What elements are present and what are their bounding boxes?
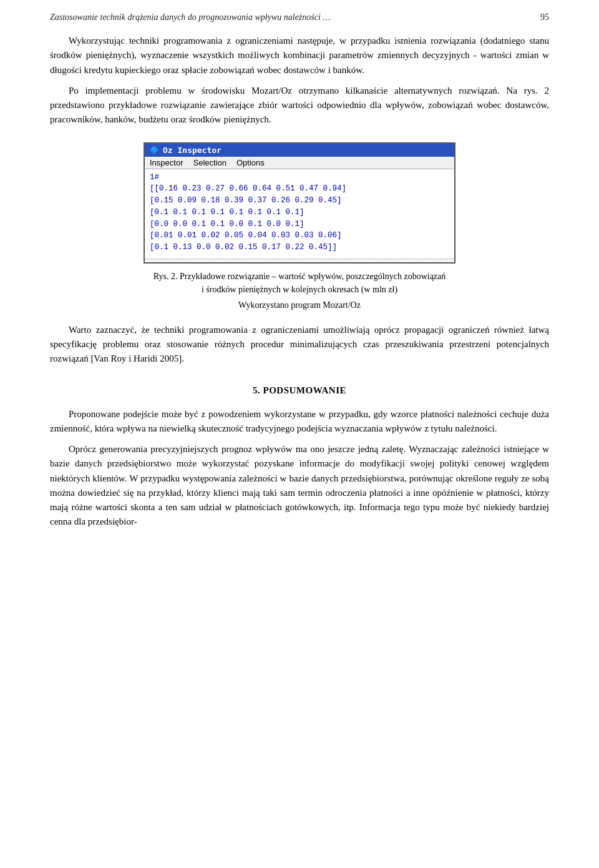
oz-inspector-menubar[interactable]: Inspector Selection Options bbox=[145, 157, 454, 169]
content-line-6: [0.01 0.01 0.02 0.05 0.04 0.03 0.03 0.06… bbox=[150, 230, 449, 242]
body-second: Warto zaznaczyć, że techniki programowan… bbox=[50, 323, 549, 367]
page-number: 95 bbox=[540, 12, 549, 22]
section-heading: 5. PODSUMOWANIE bbox=[50, 385, 549, 396]
caption-line1: Rys. 2. Przykładowe rozwiązanie – wartoś… bbox=[137, 270, 462, 283]
oz-inspector-content: 1# [[0.16 0.23 0.27 0.66 0.64 0.51 0.47 … bbox=[145, 169, 454, 259]
content-line-3: [0.15 0.09 0.18 0.39 0.37 0.26 0.29 0.45… bbox=[150, 195, 449, 207]
fig-ref: Rys. 2. bbox=[153, 272, 178, 281]
caption-note: Wykorzystano program Mozart/Oz bbox=[137, 298, 462, 312]
caption-text1: Przykładowe rozwiązanie – wartość wpływó… bbox=[180, 272, 446, 281]
paragraph-4: Proponowane podejście może być z powodze… bbox=[50, 407, 549, 436]
paragraph-5: Oprócz generowania precyzyjniejszych pro… bbox=[50, 442, 549, 530]
body-third: Proponowane podejście może być z powodze… bbox=[50, 407, 549, 530]
page-content: Zastosowanie technik drążenia danych do … bbox=[0, 0, 599, 562]
oz-inspector-window: 🔷 Oz Inspector Inspector Selection Optio… bbox=[144, 142, 455, 264]
body-intro: Wykorzystując techniki programowania z o… bbox=[50, 34, 549, 127]
content-line-4: [0.1 0.1 0.1 0.1 0.1 0.1 0.1 0.1] bbox=[150, 207, 449, 219]
header-title: Zastosowanie technik drążenia danych do … bbox=[50, 12, 331, 22]
content-line-7: [0.1 0.13 0.0 0.02 0.15 0.17 0.22 0.45]] bbox=[150, 242, 449, 254]
paragraph-1: Wykorzystując techniki programowania z o… bbox=[50, 34, 549, 77]
figure-oz-inspector: 🔷 Oz Inspector Inspector Selection Optio… bbox=[137, 142, 462, 312]
paragraph-2: Po implementacji problemu w środowisku M… bbox=[50, 84, 549, 127]
content-line-2: [[0.16 0.23 0.27 0.66 0.64 0.51 0.47 0.9… bbox=[150, 183, 449, 195]
figure-caption: Rys. 2. Przykładowe rozwiązanie – wartoś… bbox=[137, 270, 462, 312]
oz-inspector-titlebar: 🔷 Oz Inspector bbox=[145, 144, 454, 157]
menu-options[interactable]: Options bbox=[236, 158, 265, 167]
oz-inspector-icon: 🔷 bbox=[150, 145, 159, 154]
oz-inspector-footer bbox=[145, 259, 454, 262]
oz-inspector-title: Oz Inspector bbox=[163, 145, 222, 155]
page-header: Zastosowanie technik drążenia danych do … bbox=[50, 12, 549, 22]
menu-selection[interactable]: Selection bbox=[193, 158, 226, 167]
menu-inspector[interactable]: Inspector bbox=[150, 158, 183, 167]
content-line-5: [0.0 0.0 0.1 0.1 0.0 0.1 0.0 0.1] bbox=[150, 219, 449, 230]
paragraph-3: Warto zaznaczyć, że techniki programowan… bbox=[50, 323, 549, 367]
content-line-1: 1# bbox=[150, 172, 449, 184]
caption-line2: i środków pieniężnych w kolejnych okresa… bbox=[137, 283, 462, 296]
